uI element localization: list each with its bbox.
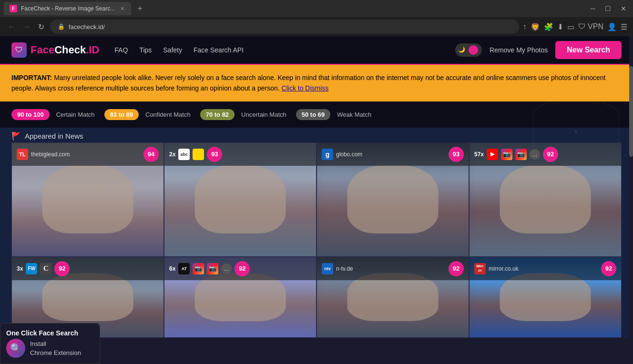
title-bar: F FaceCheck - Reverse Image Searc... ✕ +… [0,0,633,17]
reload-button[interactable]: ↻ [36,20,46,33]
card-header-3: g globo.com 93 [317,143,469,166]
warning-banner: IMPORTANT: Many unrelated people look al… [0,65,633,101]
card-favicon-4c: 📷 [515,149,527,160]
card-header-2: 2x abc 93 [164,143,316,166]
close-button[interactable]: ✕ [618,5,629,12]
result-card-2[interactable]: 2x abc 93 [164,142,316,257]
profile-icon[interactable]: 👤 [607,22,617,31]
menu-icon[interactable]: ☰ [621,22,627,31]
dismiss-link[interactable]: Click to Dismiss [282,84,329,92]
card-favicon-6c: 📷 [207,263,218,274]
page-content: 🛡 FaceCheck.ID FAQ Tips Safety Face Sear… [0,36,633,338]
card-score-3: 93 [449,147,464,162]
badge-weak: 50 to 69 [296,109,330,120]
card-favicon-2a: abc [178,149,190,160]
url-text: facecheck.id/ [69,23,511,30]
card-header-6: 6x AT 📷 📷 … 92 [164,257,316,280]
result-card-1[interactable]: TL thebiglead.com 94 [11,142,164,257]
extension-install: Install [30,340,46,347]
card-source-7: n-tv.de [336,265,446,272]
share-icon[interactable]: ↑ [523,22,527,31]
card-score-2: 93 [207,147,222,162]
forward-button[interactable]: → [21,20,32,33]
result-card-8[interactable]: Mirror mirror.co.uk 92 [469,257,622,338]
site-nav: 🛡 FaceCheck.ID FAQ Tips Safety Face Sear… [0,36,633,65]
card-favicon-4a: ▶ [487,149,498,160]
appeared-label: Appeared in News [25,132,83,140]
card-favicon-5a: FW [26,263,37,274]
nav-api[interactable]: Face Search API [194,46,244,54]
legend-item-uncertain: 70 to 82 Uncertain Match [200,109,286,120]
extension-icon: 🔍 [6,339,25,358]
tab-close-button[interactable]: ✕ [119,5,125,12]
match-legend: 90 to 100 Certain Match 83 to 89 Confide… [0,101,633,128]
label-confident: Confident Match [145,111,191,118]
tab-favicon: F [10,5,17,12]
restore-button[interactable]: ☐ [602,5,614,12]
nav-tips[interactable]: Tips [139,46,152,54]
card-source-8: mirror.co.uk [489,265,598,272]
logo-text: FaceCheck.ID [31,44,99,56]
toolbar-icons: ↑ 🦁 🧩 ⬇ ▭ 🛡 VPN 👤 ☰ [523,22,627,31]
toggle-knob [469,45,478,55]
legend-item-certain: 90 to 100 Certain Match [11,109,95,120]
card-header-8: Mirror mirror.co.uk 92 [470,257,621,280]
badge-uncertain: 70 to 82 [200,109,235,120]
card-favicon-8: Mirror [474,263,486,274]
card-score-1: 94 [143,147,159,162]
minimize-button[interactable]: ─ [588,5,598,12]
extensions-icon[interactable]: 🧩 [544,22,553,31]
result-card-4[interactable]: 57x ▶ 📷 📷 … 92 [469,142,622,257]
badge-confident: 83 to 89 [104,109,139,120]
logo-check: Check [54,44,86,56]
card-favicon-6a: AT [178,263,190,274]
card-favicon-1: TL [17,149,28,160]
legend-item-confident: 83 to 89 Confident Match [104,109,191,120]
address-bar: ← → ↻ 🔒 facecheck.id/ ↑ 🦁 🧩 ⬇ ▭ 🛡 VPN 👤 … [0,17,633,36]
download-icon[interactable]: ⬇ [557,22,563,31]
scrollbar[interactable] [629,36,633,338]
extension-banner[interactable]: One Click Face Search 🔍 Install Chrome E… [0,323,100,364]
new-tab-button[interactable]: + [133,2,146,15]
brave-icon[interactable]: 🦁 [531,22,540,31]
extension-subtitle: 🔍 Install Chrome Extension [6,339,94,358]
logo[interactable]: 🛡 FaceCheck.ID [11,42,99,58]
result-card-3[interactable]: g globo.com 93 [316,142,469,257]
card-source-3: globo.com [336,151,446,158]
nav-right: 🌙 Remove My Photos New Search [455,41,622,59]
card-header-7: ntv n-tv.de 92 [317,257,469,280]
card-score-8: 92 [601,261,616,276]
badge-certain: 90 to 100 [11,109,50,120]
extension-description: Install Chrome Extension [30,339,81,357]
card-favicon-3: g [322,149,333,160]
nav-safety[interactable]: Safety [163,46,182,54]
theme-toggle[interactable]: 🌙 [455,43,482,57]
flag-icon: 🚩 [11,131,21,141]
remove-photos-button[interactable]: Remove My Photos [490,46,548,54]
sidebar-icon[interactable]: ▭ [567,22,574,31]
logo-face: Face [31,44,54,56]
multi-source-6: 6x [169,265,175,272]
card-favicon-5b: C [40,263,51,274]
card-source-1: thebiglead.com [31,151,141,158]
result-card-7[interactable]: ntv n-tv.de 92 [316,257,469,338]
more-sources-icon-6[interactable]: … [221,263,232,274]
vpn-icon[interactable]: 🛡 VPN [578,22,603,31]
address-input[interactable]: 🔒 facecheck.id/ [50,20,519,34]
more-sources-icon[interactable]: … [530,149,540,160]
label-certain: Certain Match [56,111,95,118]
multi-source-5: 3x [17,265,23,272]
result-card-6[interactable]: 6x AT 📷 📷 … 92 [164,257,316,338]
back-button[interactable]: ← [6,20,17,33]
new-search-button[interactable]: New Search [555,41,622,59]
multi-source-2: 2x [169,151,175,158]
nav-faq[interactable]: FAQ [114,46,128,54]
card-header-1: TL thebiglead.com 94 [12,143,163,166]
card-score-6: 92 [235,261,250,276]
extension-chrome: Chrome Extension [30,349,81,356]
card-header-4: 57x ▶ 📷 📷 … 92 [470,143,621,166]
appeared-section: 🚩 Appeared in News [0,128,633,142]
scrollbar-thumb[interactable] [629,66,633,157]
card-favicon-6b: 📷 [193,263,204,274]
browser-tab[interactable]: F FaceCheck - Reverse Image Searc... ✕ [4,2,131,15]
